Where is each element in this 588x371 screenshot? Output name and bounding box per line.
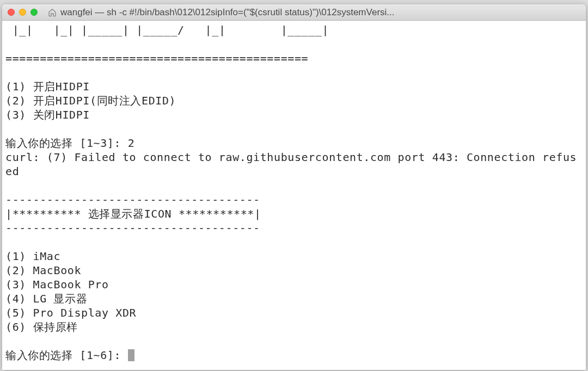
- icon-option-5: (5) Pro Display XDR: [5, 306, 136, 319]
- icon-option-2: (2) MacBook: [5, 264, 81, 277]
- icon-option-6: (6) 保持原样: [5, 320, 78, 333]
- ascii-art-line: |_| |_| |_____| |_____/ |_| |_____|: [5, 23, 329, 36]
- maximize-icon[interactable]: [30, 9, 38, 16]
- menu-option-2: (2) 开启HIDPI(同时注入EDID): [5, 94, 176, 107]
- dash-line-2: -------------------------------------: [5, 221, 260, 234]
- close-icon[interactable]: [8, 9, 15, 16]
- curl-error: curl: (7) Failed to connect to raw.githu…: [5, 151, 577, 178]
- menu-option-1: (1) 开启HIDPI: [5, 80, 90, 93]
- terminal-window: wangfei — sh -c #!/bin/bash\012\012sipIn…: [2, 4, 586, 370]
- menu-option-3: (3) 关闭HIDPI: [5, 108, 90, 121]
- minimize-icon[interactable]: [19, 9, 26, 16]
- dash-line: -------------------------------------: [5, 193, 260, 206]
- prompt-line-1: 输入你的选择 [1~3]: 2: [5, 137, 134, 150]
- separator-line: ========================================…: [5, 52, 308, 65]
- icon-option-3: (3) MacBook Pro: [5, 278, 109, 291]
- window-controls: [8, 9, 38, 16]
- icon-option-4: (4) LG 显示器: [5, 292, 87, 305]
- titlebar[interactable]: wangfei — sh -c #!/bin/bash\012\012sipIn…: [2, 4, 586, 21]
- prompt-line-2: 输入你的选择 [1~6]:: [5, 349, 128, 362]
- terminal-output[interactable]: |_| |_| |_____| |_____/ |_| |_____| ====…: [2, 21, 586, 370]
- window-title: wangfei — sh -c #!/bin/bash\012\012sipIn…: [60, 7, 580, 18]
- icon-option-1: (1) iMac: [5, 250, 60, 263]
- home-icon: [47, 8, 57, 17]
- terminal-cursor: [128, 349, 134, 361]
- icon-header: |********** 选择显示器ICON ***********|: [5, 207, 261, 220]
